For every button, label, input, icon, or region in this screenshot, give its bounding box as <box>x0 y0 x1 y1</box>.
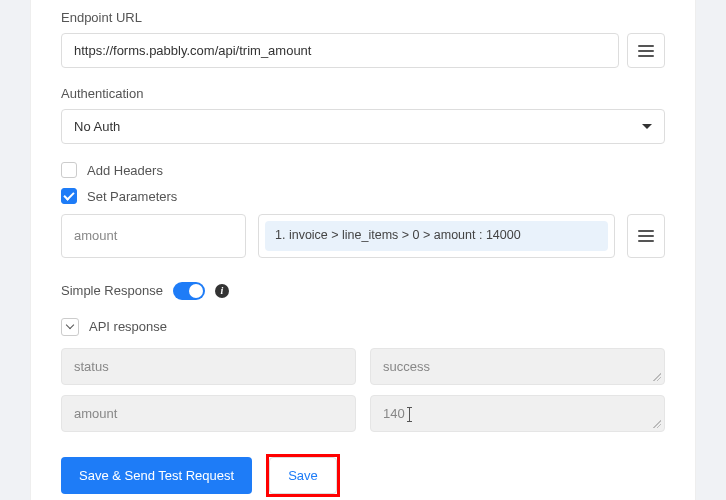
hamburger-icon <box>638 230 654 242</box>
api-response-collapse-button[interactable] <box>61 318 79 336</box>
api-response-header: API response <box>61 318 665 336</box>
parameters-row: 1. invoice > line_items > 0 > amount : 1… <box>61 214 665 258</box>
param-value-container[interactable]: 1. invoice > line_items > 0 > amount : 1… <box>258 214 615 258</box>
simple-response-row: Simple Response i <box>61 282 665 300</box>
endpoint-url-menu-button[interactable] <box>627 33 665 68</box>
save-send-test-button[interactable]: Save & Send Test Request <box>61 457 252 494</box>
simple-response-label: Simple Response <box>61 283 163 298</box>
save-button-highlight: Save <box>266 454 340 497</box>
add-headers-checkbox[interactable] <box>61 162 77 178</box>
authentication-value: No Auth <box>74 119 642 134</box>
endpoint-url-input[interactable] <box>61 33 619 68</box>
info-icon[interactable]: i <box>215 284 229 298</box>
text-cursor-icon <box>409 408 410 421</box>
caret-down-icon <box>642 124 652 129</box>
param-key-input[interactable] <box>61 214 246 258</box>
response-value-cell[interactable]: success <box>370 348 665 385</box>
button-row: Save & Send Test Request Save <box>61 454 665 497</box>
api-response-label: API response <box>89 319 167 334</box>
authentication-select[interactable]: No Auth <box>61 109 665 144</box>
chevron-down-icon <box>66 321 74 329</box>
form-panel: Endpoint URL Authentication No Auth Add … <box>30 0 696 500</box>
add-headers-row: Add Headers <box>61 162 665 178</box>
response-key-cell[interactable]: status <box>61 348 356 385</box>
response-value-cell[interactable]: 140 <box>370 395 665 432</box>
authentication-group: Authentication No Auth <box>61 86 665 144</box>
simple-response-toggle[interactable] <box>173 282 205 300</box>
set-parameters-row: Set Parameters <box>61 188 665 204</box>
param-menu-button[interactable] <box>627 214 665 258</box>
save-button[interactable]: Save <box>269 457 337 494</box>
add-headers-label: Add Headers <box>87 163 163 178</box>
set-parameters-checkbox[interactable] <box>61 188 77 204</box>
authentication-label: Authentication <box>61 86 665 101</box>
hamburger-icon <box>638 45 654 57</box>
response-key-cell[interactable]: amount <box>61 395 356 432</box>
endpoint-url-label: Endpoint URL <box>61 10 665 25</box>
set-parameters-label: Set Parameters <box>87 189 177 204</box>
param-value-chip[interactable]: 1. invoice > line_items > 0 > amount : 1… <box>265 221 608 251</box>
api-response-grid: status success amount 140 <box>61 348 665 432</box>
endpoint-url-group: Endpoint URL <box>61 10 665 68</box>
